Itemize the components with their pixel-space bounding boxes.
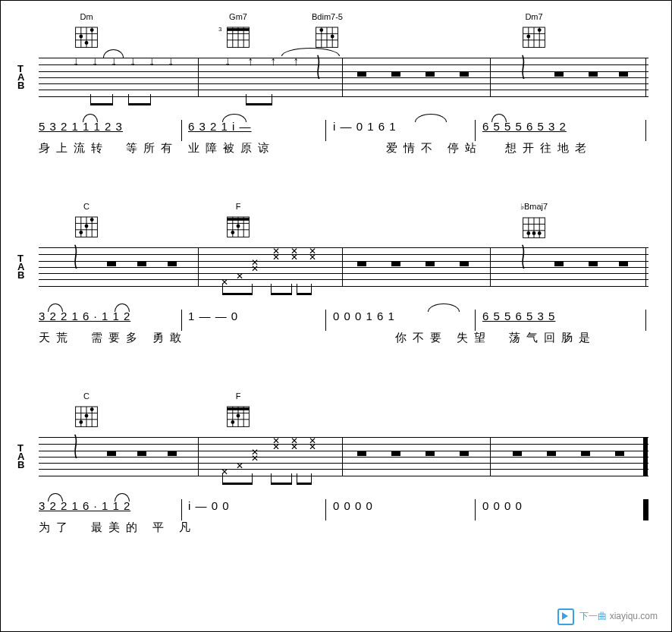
- rest: [554, 72, 564, 77]
- tab-staff: TAB: [39, 247, 648, 287]
- chord-diagram-icon: [225, 212, 252, 240]
- logo-url: xiayiqu.com: [610, 611, 658, 621]
- logo-brand: 下一曲: [579, 611, 607, 621]
- strum-down-icon: [225, 55, 231, 68]
- chord-diagram-icon: [225, 402, 252, 429]
- rest: [357, 262, 366, 266]
- watermark-logo: 下一曲 xiayiqu.com: [557, 608, 658, 625]
- mute-icon: [236, 461, 243, 471]
- chord-row: C F: [39, 391, 648, 437]
- system-3: C F TAB: [39, 391, 648, 537]
- beam: [222, 287, 253, 295]
- jianpu-bar: 0 0 0 0: [333, 499, 373, 512]
- lyric: 为了 最美的 平 凡: [39, 520, 196, 535]
- rest: [554, 262, 564, 266]
- rest: [425, 262, 435, 266]
- final-barline: [643, 438, 648, 476]
- rest: [107, 262, 116, 266]
- rest: [168, 451, 177, 456]
- strum-up-icon: [293, 55, 299, 68]
- beam: [271, 476, 292, 485]
- system-2: C F ♭Bmaj7 TAB: [39, 202, 648, 347]
- jianpu-bar: 1 — — 0: [188, 310, 238, 322]
- mute-icon: [236, 271, 243, 281]
- jianpu-bar: 6 5 5 6 5 3 5: [482, 310, 555, 322]
- sheet-music-page: Dm Gm7 3 Bdim7-5 Dm7 TAB: [0, 0, 672, 632]
- lyric: 想开往地老: [505, 141, 592, 156]
- tab-label: TAB: [17, 64, 24, 90]
- rest: [460, 72, 469, 77]
- strum-down-icon: [168, 55, 174, 68]
- rest: [547, 451, 556, 456]
- barline: [198, 438, 199, 476]
- mute-icon: [251, 263, 259, 274]
- strum-down-icon: [149, 55, 155, 68]
- rest: [460, 451, 469, 456]
- jianpu-bar: i — 0 1 6 1: [333, 120, 397, 133]
- barline: [342, 58, 343, 96]
- rest: [357, 72, 366, 77]
- mute-icon: [309, 442, 316, 452]
- svg-point-56: [526, 231, 530, 235]
- svg-point-76: [231, 420, 234, 424]
- rest: [137, 451, 146, 456]
- chord-gm7: Gm7 3: [225, 12, 252, 52]
- rest: [391, 72, 400, 77]
- svg-point-75: [237, 414, 240, 418]
- strum-up-icon: [247, 55, 253, 68]
- barline: [198, 58, 199, 96]
- system-1: Dm Gm7 3 Bdim7-5 Dm7 TAB: [39, 12, 648, 158]
- jianpu-bar: 3 2 2 1 6 · 1 1 2: [39, 310, 130, 322]
- lyric: 天荒 需要多 勇敢: [39, 331, 187, 345]
- lyric: 业障被原谅: [188, 141, 275, 156]
- mute-icon: [309, 252, 316, 263]
- rest: [619, 262, 628, 266]
- mute-icon: [290, 442, 298, 452]
- beam: [90, 97, 113, 105]
- svg-point-6: [79, 35, 83, 39]
- svg-point-49: [231, 231, 234, 234]
- arpeggio-icon: [520, 246, 526, 264]
- chord-diagram-icon: [73, 23, 100, 50]
- svg-point-23: [331, 35, 334, 39]
- strum-up-icon: [270, 55, 276, 68]
- beam: [297, 287, 312, 295]
- lyric-row: 身上流转 等所有 业障被原谅 爱情不 停站 想开往地老: [39, 141, 648, 158]
- strum-down-icon: [130, 55, 136, 68]
- jianpu-row: 5 3 2 1 1 1 2 3 6 3 2 1 i — i — 0 1 6 1 …: [39, 120, 648, 141]
- svg-rect-15: [228, 28, 250, 31]
- rest: [513, 451, 522, 456]
- svg-point-58: [538, 231, 542, 235]
- chord-diagram-icon: [225, 23, 252, 50]
- rest: [425, 72, 435, 77]
- rest: [425, 451, 435, 456]
- beam: [297, 476, 312, 485]
- jianpu-bar: i — 0 0: [188, 499, 230, 512]
- strum-down-icon: [92, 55, 98, 68]
- svg-point-57: [532, 231, 536, 235]
- chord-row: Dm Gm7 3 Bdim7-5 Dm7: [39, 12, 648, 58]
- lyric: 身上流转 等所有: [39, 141, 178, 156]
- svg-point-8: [90, 28, 94, 32]
- strum-down-icon: [73, 55, 79, 68]
- barline: [342, 438, 343, 476]
- tab-staff: TAB: [39, 58, 648, 97]
- rest: [137, 262, 146, 266]
- chord-f: F: [225, 391, 252, 431]
- rest: [391, 451, 400, 456]
- beam: [222, 476, 253, 485]
- jianpu-bar: 6 3 2 1 i —: [188, 120, 252, 133]
- beam: [128, 97, 151, 105]
- rest: [460, 262, 469, 266]
- barline: [490, 438, 491, 476]
- mute-icon: [272, 442, 280, 452]
- mute-icon: [251, 453, 259, 464]
- jianpu-row: 3 2 2 1 6 · 1 1 2 1 — — 0 0 0 0 1 6 1 6 …: [39, 310, 648, 331]
- rest: [589, 72, 598, 77]
- barline: [490, 248, 491, 286]
- svg-point-40: [90, 218, 94, 222]
- svg-point-31: [538, 28, 542, 32]
- lyric-row: 天荒 需要多 勇敢 你不要 失望 荡气回肠是: [39, 331, 648, 347]
- rest: [619, 72, 628, 77]
- svg-point-39: [85, 225, 89, 228]
